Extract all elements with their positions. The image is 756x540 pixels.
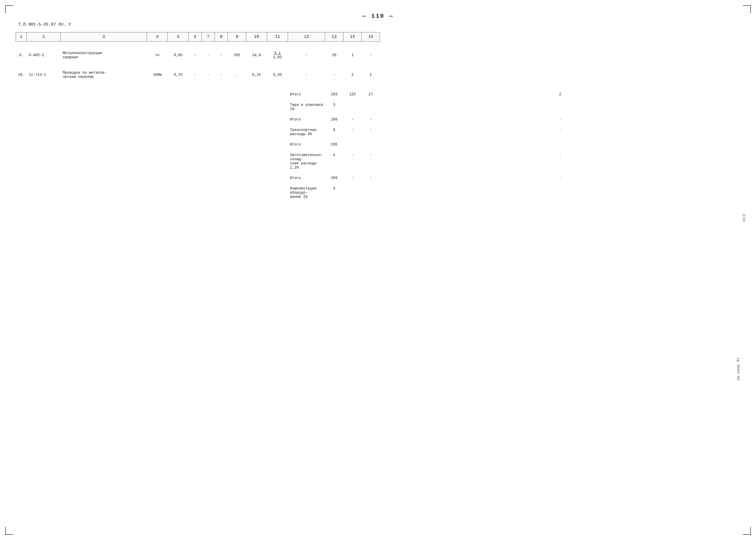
komplekt-col14 (362, 185, 380, 200)
itogo4-empty-1 (16, 175, 168, 182)
itogo4-col15: - (380, 175, 740, 182)
summary-itogo1-col12: 283 (325, 91, 343, 98)
row9-col4: тн (147, 50, 168, 62)
spacer-s7 (16, 182, 741, 185)
spacer-s3 (16, 123, 741, 126)
summary-row-itogo-2: Итого 286 - - - (16, 116, 741, 123)
row9-col11-bot: 1,02 (273, 55, 282, 60)
row10-col2: 11-713-1 (27, 69, 61, 80)
itogo3-col13 (343, 141, 362, 148)
itogo4-label: Итого (288, 175, 325, 182)
row9-col2: 8-405-2 (27, 50, 61, 62)
summary-row-itogo-1: Итого 283 125 27 2 (16, 91, 741, 98)
col-header-1: 1 (16, 32, 27, 42)
row10-col13: - (325, 69, 343, 80)
row9-col13: 20 (325, 50, 343, 62)
transport-empty-2 (168, 126, 288, 137)
itogo2-col15: - (380, 116, 740, 123)
summary-row-itogo-4: Итого 299 - - - (16, 175, 741, 182)
summary-itogo1-col14: 27 (362, 91, 380, 98)
itogo3-empty-2 (168, 141, 288, 148)
itogo3-empty-1 (16, 141, 168, 148)
row10-col6: - (189, 69, 202, 80)
itogo2-col13: - (343, 116, 362, 123)
itogo3-col14 (362, 141, 380, 148)
row9-col7: - (202, 50, 215, 62)
itogo4-col13: - (343, 175, 362, 182)
col-header-15: 15 (362, 32, 380, 42)
tara-col12: 3 (325, 101, 343, 112)
corner-tl (5, 5, 13, 13)
corner-bl (5, 527, 13, 535)
row9-col5: 0,05 (168, 50, 189, 62)
col-header-11: 11 (267, 32, 288, 42)
komplekt-col12: 3 (325, 185, 343, 200)
col-header-12: 12 (288, 32, 325, 42)
col-header-5: 5 (168, 32, 189, 42)
summary-itogo1-col13: 125 (343, 91, 362, 98)
zagot-col12: 4 (325, 152, 343, 171)
zagot-col15: - (380, 152, 740, 171)
row10-col9: . (228, 69, 246, 80)
tara-col14 (362, 101, 380, 112)
page-number: — 110 — (16, 13, 740, 20)
summary-itogo1-col15: 2 (380, 91, 740, 98)
page: — 110 — Т.П.901-5-35.87 Лл. У -110- кр 9… (0, 0, 756, 540)
row9-col9: 395 (228, 50, 246, 62)
row9-col10: 24,9 (246, 50, 267, 62)
row9-col15: - (362, 50, 380, 62)
itogo2-label: Итого (288, 116, 325, 123)
row9-col14: I (343, 50, 362, 62)
row10-col5: 0,25 (168, 69, 189, 80)
itogo3-col15 (380, 141, 740, 148)
spacer-row-3 (16, 80, 741, 91)
summary-empty-1 (16, 91, 168, 98)
row10-col10: 6,25 (246, 69, 267, 80)
itogo4-col14: - (362, 175, 380, 182)
row10-col4: 100м (147, 69, 168, 80)
table-row-9: 9. 8-405-2 Металлоконструкциисварные тн … (16, 50, 741, 62)
transport-label: Транспортные расходы 3% (288, 126, 325, 137)
komplekt-empty-2 (168, 185, 288, 200)
row10-col7: - (202, 69, 215, 80)
summary-row-itogo-3: Итого 295 (16, 141, 741, 148)
doc-ref: Т.П.901-5-35.87 Лл. У (18, 22, 740, 27)
summary-row-zagot: Заготовительно-склад-ские расходы 1,2% 4… (16, 152, 741, 171)
komplekt-label: Комплектация оборудо-вания 1% (288, 185, 325, 200)
itogo3-label: Итого (288, 141, 325, 148)
col-header-8: 8 (215, 32, 228, 42)
spacer-s4 (16, 137, 741, 141)
komplekt-empty-1 (16, 185, 168, 200)
row9-col1: 9. (16, 50, 27, 62)
col-header-10: 10 (246, 32, 267, 42)
zagot-empty-1 (16, 152, 168, 171)
itogo2-col12: 286 (325, 116, 343, 123)
side-label-bottom: кр 9594-05 (736, 357, 740, 381)
row10-col12: - (288, 69, 325, 80)
tara-col13 (343, 101, 362, 112)
col-header-2: 2 (27, 32, 61, 42)
col-header-7: 7 (202, 32, 215, 42)
side-label-top: -110- (742, 212, 746, 224)
transport-col15: - (380, 126, 740, 137)
row10-col8: - (215, 69, 228, 80)
tara-label: Тара и упаковка 1% (288, 101, 325, 112)
col-header-14: 14 (343, 32, 362, 42)
row10-col11: 5,45 (267, 69, 288, 80)
row9-col11: 3,1 1,02 (267, 50, 288, 62)
summary-row-komplekt: Комплектация оборудо-вания 1% 3 (16, 185, 741, 200)
corner-br (743, 527, 751, 535)
summary-row-tara: Тара и упаковка 1% 3 (16, 101, 741, 112)
row10-col1: 10. (16, 69, 27, 80)
table-row-10: 10. 11-713-1 Проводка по металли-ческим … (16, 69, 741, 80)
tara-empty-2 (168, 101, 288, 112)
row10-col14: 2 (343, 69, 362, 80)
itogo2-empty-1 (16, 116, 168, 123)
table-header-row: 1 2 3 4 5 6 7 8 9 10 11 12 13 14 15 (16, 32, 741, 42)
row10-col3: Проводка по металли-ческим панелям (61, 69, 147, 80)
spacer-s6 (16, 171, 741, 175)
zagot-empty-2 (168, 152, 288, 171)
row10-col15: I (362, 69, 380, 80)
col-header-6: 6 (189, 32, 202, 42)
row9-col3: Металлоконструкциисварные (61, 50, 147, 62)
